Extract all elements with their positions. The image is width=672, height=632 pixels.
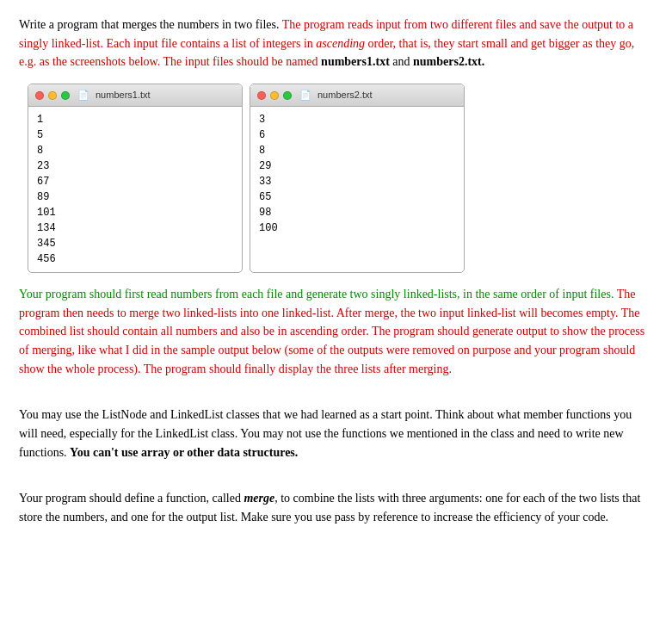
number-line: 89 (37, 189, 233, 205)
file-windows-container: 📄 numbers1.txt 1 5 8 23 67 89 101 134 34… (28, 84, 475, 273)
body-paragraph-1: Your program should first read numbers f… (19, 285, 653, 378)
merge-function-name: merge (244, 492, 274, 505)
number-line: 8 (259, 143, 455, 158)
number-line: 134 (37, 220, 233, 236)
file-content-1: 1 5 8 23 67 89 101 134 345 456 (28, 107, 242, 272)
traffic-light-red-2 (257, 91, 266, 100)
number-line: 33 (259, 174, 455, 189)
number-line: 65 (259, 189, 455, 205)
number-line: 6 (259, 127, 455, 143)
number-line: 23 (37, 158, 233, 174)
number-line: 345 (37, 236, 233, 251)
number-line: 3 (259, 112, 455, 127)
file-title-1: numbers1.txt (96, 88, 151, 102)
file-window-2: 📄 numbers2.txt 3 6 8 29 33 65 98 100 (250, 84, 465, 273)
intro-text-1: Write a program that merges the numbers … (19, 18, 282, 31)
body2-bold: You can't use array or other data struct… (70, 446, 298, 459)
file-content-2: 3 6 8 29 33 65 98 100 (250, 107, 464, 245)
file-title-2: numbers2.txt (318, 88, 373, 102)
number-line: 101 (37, 205, 233, 220)
number-line: 67 (37, 174, 233, 189)
ascending-italic: ascending (316, 37, 365, 50)
body1-red: The program then needs to merge two link… (19, 288, 644, 375)
body3-text-1: Your program should define a function, c… (19, 492, 244, 505)
number-line: 100 (259, 220, 455, 236)
number-line: 8 (37, 143, 233, 158)
number-line: 1 (37, 112, 233, 127)
intro-paragraph: Write a program that merges the numbers … (19, 15, 653, 71)
filename2-bold: numbers2.txt. (413, 55, 484, 68)
traffic-light-red-1 (35, 91, 44, 100)
titlebar-1: 📄 numbers1.txt (28, 84, 242, 107)
file-icon-2: 📄 (299, 88, 311, 102)
traffic-light-green-1 (61, 91, 70, 100)
file-window-1: 📄 numbers1.txt 1 5 8 23 67 89 101 134 34… (28, 84, 243, 273)
number-line: 98 (259, 205, 455, 220)
body1-green: Your program should first read numbers f… (19, 288, 617, 301)
and-text: and (392, 55, 413, 68)
page-content: Write a program that merges the numbers … (19, 15, 653, 526)
number-line: 29 (259, 158, 455, 174)
traffic-light-yellow-1 (48, 91, 57, 100)
number-line: 5 (37, 127, 233, 143)
number-line: 456 (37, 251, 233, 267)
file-icon-1: 📄 (77, 88, 89, 102)
body-paragraph-2: You may use the ListNode and LinkedList … (19, 406, 653, 462)
traffic-light-yellow-2 (270, 91, 279, 100)
titlebar-2: 📄 numbers2.txt (250, 84, 464, 107)
filename1-bold: numbers1.txt (321, 55, 390, 68)
traffic-light-green-2 (283, 91, 292, 100)
body-paragraph-3: Your program should define a function, c… (19, 489, 653, 526)
